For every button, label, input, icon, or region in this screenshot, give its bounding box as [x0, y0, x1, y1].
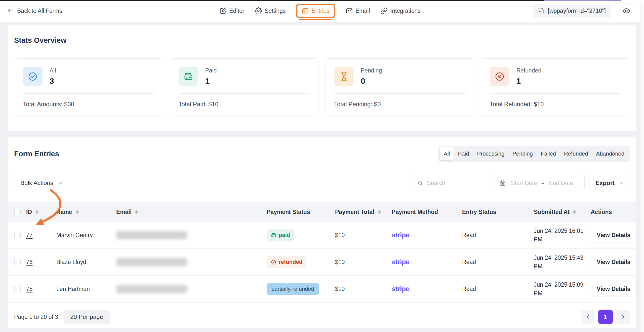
table-header-row: ID Name Email Payment Status Payment Tot… [8, 202, 636, 222]
search-input[interactable] [426, 179, 484, 187]
submitted-at: Jun 24, 2025 16:01 PM [534, 227, 586, 244]
bulk-actions-label: Bulk Actions [20, 179, 53, 187]
stat-card-pending: Pending 0 Total Pending: $0 [325, 58, 474, 116]
search-box [412, 175, 489, 191]
entry-name: Marvin Gentry [49, 232, 109, 239]
tab-abandoned[interactable]: Abandoned [592, 147, 628, 160]
redacted-email [116, 285, 187, 293]
nav-label-integrations: Integrations [390, 8, 421, 14]
next-page-button[interactable] [616, 310, 630, 324]
sort-icon[interactable] [76, 210, 79, 214]
payment-status-badge: refunded [267, 256, 306, 268]
row-checkbox[interactable] [14, 232, 21, 238]
all-check-circle-icon [23, 67, 43, 86]
chevron-left-icon [585, 314, 591, 320]
nav-item-email[interactable]: Email [346, 7, 370, 14]
entry-name: Blaze Lloyd [49, 259, 109, 266]
email-icon [346, 7, 353, 14]
nav-label-entries: Entries [311, 8, 330, 14]
row-checkbox[interactable] [14, 286, 21, 292]
settings-gear-icon [255, 7, 262, 14]
paid-wallet-icon [179, 67, 198, 86]
calendar-icon [499, 180, 506, 186]
payment-status-badge: partially-refunded [267, 283, 319, 295]
integrations-link-icon [381, 7, 388, 14]
tab-refunded[interactable]: Refunded [560, 147, 592, 160]
table-row: 76 Blaze Lloyd refunded $10 stripe Read … [8, 249, 636, 276]
nav-item-integrations[interactable]: Integrations [381, 7, 421, 14]
bulk-actions-dropdown[interactable]: Bulk Actions [14, 175, 69, 191]
topbar-right: [wppayform id="2710"] [533, 4, 644, 18]
tab-processing[interactable]: Processing [473, 147, 509, 160]
column-header-submitted-at[interactable]: Submitted At [532, 209, 589, 215]
column-header-name[interactable]: Name [49, 209, 109, 215]
column-header-payment-status: Payment Status [265, 209, 333, 215]
nav-label-settings: Settings [265, 8, 286, 14]
entry-id-link[interactable]: 76 [26, 259, 33, 266]
stats-cards-row: All 3 Total Amounts: $30 Paid 1 Total Pa… [8, 54, 636, 120]
entry-id-link[interactable]: 75 [26, 286, 33, 292]
shortcode-text: [wppayform id="2710"] [548, 8, 606, 14]
select-all-checkbox[interactable] [14, 209, 21, 215]
chevron-down-icon [619, 180, 624, 186]
copy-icon [538, 8, 545, 14]
preview-button[interactable] [616, 4, 637, 18]
current-page-button[interactable]: 1 [598, 310, 613, 324]
sort-icon[interactable] [378, 210, 381, 214]
browser-scrollbar[interactable] [640, 1, 644, 332]
topbar-divider [71, 0, 71, 22]
view-details-button[interactable]: View Details [591, 228, 636, 242]
entry-status: Read [460, 286, 532, 292]
refunded-arrow-icon [490, 67, 509, 86]
date-range-picker[interactable]: Start Date - End Date [494, 175, 585, 191]
stripe-logo: stripe [392, 258, 410, 266]
nav-item-entries[interactable]: Entries [296, 4, 335, 18]
table-row: 75 Len Hartman partially-refunded $10 st… [8, 276, 636, 303]
stat-total: Total Amounts: $30 [23, 101, 154, 108]
stat-value: 0 [361, 77, 382, 86]
stat-card-all: All 3 Total Amounts: $30 [14, 58, 163, 116]
per-page-selector[interactable]: 20 Per page [64, 310, 110, 324]
shortcode-pill[interactable]: [wppayform id="2710"] [533, 4, 611, 18]
entry-status: Read [460, 232, 532, 239]
entry-name: Len Hartman [49, 286, 109, 292]
tab-paid[interactable]: Paid [454, 147, 473, 160]
row-checkbox[interactable] [14, 259, 21, 265]
column-header-actions: Actions [589, 209, 636, 215]
table-row: 77 Marvin Gentry paid $10 stripe Read Ju… [8, 222, 636, 249]
start-date-placeholder: Start Date [511, 180, 537, 187]
stat-total: Total Pending: $0 [334, 101, 466, 108]
form-entries-section: Form Entries All Paid Processing Pending… [8, 137, 636, 328]
payment-total: $10 [333, 232, 390, 239]
column-header-entry-status: Entry Status [460, 209, 532, 215]
tab-all[interactable]: All [440, 147, 454, 160]
tab-failed[interactable]: Failed [537, 147, 560, 160]
end-date-placeholder: End Date [549, 180, 573, 187]
payment-total: $10 [333, 286, 390, 292]
back-arrow-icon [7, 8, 14, 14]
view-details-button[interactable]: View Details [591, 255, 636, 269]
sort-icon[interactable] [573, 210, 576, 214]
back-to-all-forms-link[interactable]: Back to All Forms [0, 8, 71, 14]
column-header-email[interactable]: Email [109, 209, 265, 215]
chevron-right-icon [620, 314, 626, 320]
redacted-email [116, 231, 187, 239]
wallet-icon [271, 232, 276, 238]
stat-card-refunded: Refunded 1 Total Refunded: $10 [481, 58, 630, 116]
payment-status-badge: paid [267, 229, 294, 241]
export-dropdown[interactable]: Export [589, 175, 630, 191]
prev-page-button[interactable] [581, 310, 595, 324]
entry-id-link[interactable]: 77 [26, 232, 33, 239]
column-header-payment-total[interactable]: Payment Total [333, 209, 390, 215]
chevron-down-icon [57, 180, 63, 186]
column-header-id[interactable]: ID [24, 209, 49, 215]
entries-icon [302, 7, 309, 14]
back-label: Back to All Forms [17, 8, 62, 14]
sort-icon[interactable] [35, 210, 38, 214]
tab-pending[interactable]: Pending [508, 147, 537, 160]
nav-item-editor[interactable]: Editor [219, 7, 244, 14]
sort-icon[interactable] [135, 210, 138, 214]
view-details-button[interactable]: View Details [591, 282, 636, 296]
page-info: Page 1 to 20 of 3 [14, 314, 58, 320]
nav-item-settings[interactable]: Settings [255, 7, 286, 14]
